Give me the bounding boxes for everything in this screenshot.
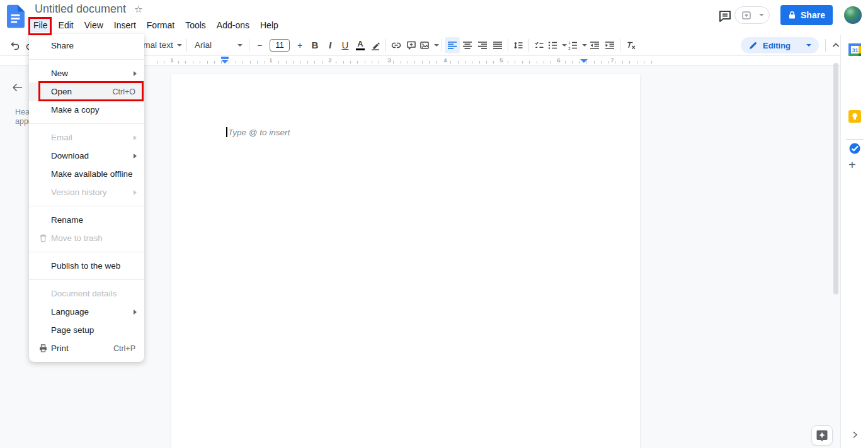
menu-edit[interactable]: Edit [54, 18, 78, 32]
editing-mode-dropdown[interactable]: Editing [741, 37, 819, 53]
ruler-number: 4 [442, 57, 448, 64]
text-color-button[interactable]: A [353, 37, 368, 53]
side-panel-divider [846, 139, 864, 140]
file-menu-share[interactable]: Share [29, 36, 144, 55]
document-title[interactable]: Untitled document [35, 3, 126, 16]
google-tasks-icon[interactable] [848, 142, 861, 155]
line-spacing-button[interactable] [511, 37, 526, 53]
bold-button[interactable]: B [307, 37, 323, 53]
ruler-number: 5 [498, 57, 505, 64]
placeholder-text: Type @ to insert [228, 128, 290, 137]
submenu-arrow-icon [134, 190, 137, 195]
menu-help[interactable]: Help [256, 18, 283, 32]
chevron-down-icon [177, 44, 182, 47]
svg-text:1: 1 [568, 40, 571, 44]
scrollbar[interactable] [833, 63, 838, 294]
insert-link-button[interactable] [389, 37, 404, 53]
bulleted-list-button[interactable] [547, 37, 567, 53]
explore-button[interactable] [811, 425, 833, 445]
comment-history-icon[interactable] [716, 7, 734, 26]
font-dropdown[interactable]: Arial [190, 37, 246, 53]
google-keep-icon[interactable] [848, 110, 861, 123]
menu-addons[interactable]: Add-ons [212, 18, 254, 32]
file-menu-download[interactable]: Download [29, 147, 144, 165]
menu-view[interactable]: View [80, 18, 108, 32]
numbered-list-button[interactable]: 12 [567, 37, 587, 53]
ruler-number: 1 [267, 57, 274, 64]
font-size-input[interactable]: 11 [270, 39, 290, 52]
increase-indent-button[interactable] [602, 37, 617, 53]
right-indent-marker[interactable] [580, 59, 588, 63]
header: Untitled document ☆ File Edit View Inser… [0, 0, 868, 35]
file-menu-new[interactable]: New [29, 64, 144, 82]
avatar[interactable] [844, 6, 862, 24]
file-menu-email: Email [29, 128, 144, 147]
highlight-color-button[interactable] [368, 37, 383, 53]
align-left-button[interactable] [445, 37, 460, 53]
svg-text:2: 2 [568, 46, 571, 50]
shortcut-label: Ctrl+P [113, 344, 135, 353]
ruler-number: 1 [168, 57, 175, 64]
align-center-button[interactable] [460, 37, 475, 53]
document-page[interactable]: Type @ to insert [171, 74, 640, 448]
add-addon-button[interactable]: + [848, 159, 856, 171]
google-calendar-icon[interactable]: 31 [848, 43, 861, 56]
side-panel: 31 + [840, 35, 868, 448]
file-menu-page-setup[interactable]: Page setup [29, 321, 144, 339]
undo-button[interactable] [8, 37, 23, 53]
italic-button[interactable]: I [323, 37, 338, 53]
pencil-icon [748, 41, 758, 50]
file-menu-version-history: Version history [29, 183, 144, 201]
share-button[interactable]: Share [780, 5, 833, 25]
toolbar-divider [249, 39, 249, 52]
color-bar [356, 48, 365, 50]
hide-side-panel-button[interactable] [848, 428, 862, 442]
file-menu-rename[interactable]: Rename [29, 211, 144, 229]
first-line-indent-marker[interactable] [221, 57, 229, 59]
file-menu-make-a-copy[interactable]: Make a copy [29, 101, 144, 119]
menu-divider [29, 279, 144, 280]
insert-image-button[interactable] [419, 37, 439, 53]
align-right-button[interactable] [475, 37, 490, 53]
menu-tools[interactable]: Tools [181, 18, 210, 32]
checklist-button[interactable] [532, 37, 547, 53]
close-outline-button[interactable] [9, 79, 26, 96]
present-button[interactable] [734, 6, 770, 24]
toolbar-divider [385, 39, 386, 52]
chevron-down-icon [434, 44, 439, 47]
menu-divider [29, 59, 144, 60]
toolbar-divider [620, 39, 620, 52]
file-menu-language[interactable]: Language [29, 303, 144, 321]
toolbar-divider [508, 39, 508, 52]
decrease-font-size-button[interactable]: − [252, 37, 267, 53]
menu-format[interactable]: Format [142, 18, 179, 32]
star-icon[interactable]: ☆ [134, 4, 142, 15]
text-color-label: A [357, 40, 363, 48]
left-indent-marker[interactable] [221, 57, 229, 64]
printer-icon [38, 344, 48, 353]
text-cursor [226, 127, 227, 137]
clear-formatting-button[interactable] [623, 37, 638, 53]
toolbar-divider [442, 39, 442, 52]
increase-font-size-button[interactable]: + [292, 37, 307, 53]
file-menu-print[interactable]: Print Ctrl+P [29, 339, 144, 357]
decrease-indent-button[interactable] [587, 37, 602, 53]
toolbar-divider [528, 39, 529, 52]
ruler-number: 6 [555, 57, 562, 64]
submenu-arrow-icon [134, 154, 137, 159]
submenu-arrow-icon [134, 71, 137, 76]
ruler-number: 2 [326, 57, 333, 64]
submenu-arrow-icon [134, 135, 137, 140]
file-menu-make-available-offline[interactable]: Make available offline [29, 165, 144, 183]
file-menu-open[interactable]: OpenCtrl+O [29, 82, 144, 101]
toolbar-divider [825, 39, 826, 52]
underline-button[interactable]: U [338, 37, 353, 53]
chevron-down-icon [759, 14, 764, 16]
file-menu-dropdown: Share New OpenCtrl+O Make a copy Email D… [29, 34, 144, 362]
menu-insert[interactable]: Insert [110, 18, 140, 32]
google-docs-logo-icon[interactable] [7, 4, 25, 28]
justify-button[interactable] [490, 37, 505, 53]
add-comment-button[interactable] [404, 37, 419, 53]
menu-file[interactable]: File [29, 18, 52, 32]
file-menu-publish-to-the-web[interactable]: Publish to the web [29, 257, 144, 275]
